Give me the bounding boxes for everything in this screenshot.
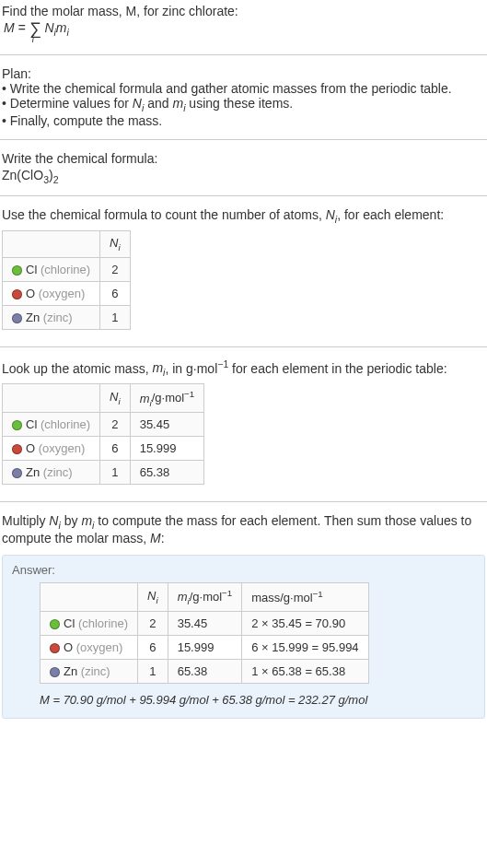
count-table: Ni Cl (chlorine) 2 O (oxygen) 6 Zn (zinc… xyxy=(2,230,131,330)
mass-heading: Look up the atomic mass, mi, in g·mol−1 … xyxy=(2,358,485,378)
element-dot-icon xyxy=(12,420,22,430)
element-dot-icon xyxy=(12,468,22,478)
divider xyxy=(0,139,487,140)
element-dot-icon xyxy=(50,667,60,677)
table-row: O (oxygen) 6 15.999 6 × 15.999 = 95.994 xyxy=(41,635,369,659)
element-dot-icon xyxy=(12,313,22,323)
multiply-heading: Multiply Ni by mi to compute the mass fo… xyxy=(2,513,485,545)
table-row: Zn (zinc) 1 xyxy=(3,305,131,329)
plan-heading: Plan: xyxy=(2,66,485,81)
divider xyxy=(0,346,487,347)
intro-text: Find the molar mass, M, for zinc chlorat… xyxy=(2,4,485,18)
count-heading: Use the chemical formula to count the nu… xyxy=(2,207,485,225)
intro-line1: Find the molar mass, M, for zinc chlorat… xyxy=(2,4,238,18)
table-row: Zn (zinc) 1 65.38 xyxy=(3,461,204,485)
cf-formula: Zn(ClO3)2 xyxy=(2,166,485,185)
table-row: Cl (chlorine) 2 35.45 2 × 35.45 = 70.90 xyxy=(41,611,369,635)
table-row: O (oxygen) 6 xyxy=(3,281,131,305)
element-dot-icon xyxy=(50,619,60,629)
cf-heading: Write the chemical formula: xyxy=(2,151,485,166)
divider xyxy=(0,54,487,55)
table-row: Cl (chlorine) 2 xyxy=(3,257,131,281)
mass-table: Ni mi/g·mol−1 Cl (chlorine) 2 35.45 O (o… xyxy=(2,383,204,485)
divider xyxy=(0,195,487,196)
table-header: Ni mi/g·mol−1 mass/g·mol−1 xyxy=(41,582,369,611)
table-header: Ni xyxy=(3,231,131,258)
element-dot-icon xyxy=(12,444,22,454)
chemical-formula-block: Write the chemical formula: Zn(ClO3)2 xyxy=(0,147,487,189)
table-row: Zn (zinc) 1 65.38 1 × 65.38 = 65.38 xyxy=(41,659,369,683)
mass-block: Look up the atomic mass, mi, in g·mol−1 … xyxy=(0,355,487,494)
count-block: Use the chemical formula to count the nu… xyxy=(0,204,487,338)
plan-bullet-2: • Determine values for Ni and mi using t… xyxy=(2,96,485,113)
sum-index: i xyxy=(32,35,34,44)
table-header: Ni mi/g·mol−1 xyxy=(3,384,204,413)
plan-block: Plan: • Write the chemical formula and g… xyxy=(0,63,487,132)
final-equation: M = 70.90 g/mol + 95.994 g/mol + 65.38 g… xyxy=(40,693,475,707)
table-row: Cl (chlorine) 2 35.45 xyxy=(3,413,204,437)
plan-bullet-1: • Write the chemical formula and gather … xyxy=(2,81,485,96)
multiply-block: Multiply Ni by mi to compute the mass fo… xyxy=(0,510,487,549)
element-dot-icon xyxy=(12,265,22,276)
plan-bullet-3: • Finally, compute the mass. xyxy=(2,113,485,128)
answer-label: Answer: xyxy=(12,563,475,577)
element-dot-icon xyxy=(12,289,22,299)
divider xyxy=(0,501,487,502)
element-dot-icon xyxy=(50,643,60,653)
answer-box: Answer: Ni mi/g·mol−1 mass/g·mol−1 Cl (c… xyxy=(2,555,485,719)
intro-equation: M = ∑ i Nimi xyxy=(2,18,485,43)
intro-block: Find the molar mass, M, for zinc chlorat… xyxy=(0,0,487,47)
table-row: O (oxygen) 6 15.999 xyxy=(3,437,204,461)
answer-table: Ni mi/g·mol−1 mass/g·mol−1 Cl (chlorine)… xyxy=(40,582,369,684)
